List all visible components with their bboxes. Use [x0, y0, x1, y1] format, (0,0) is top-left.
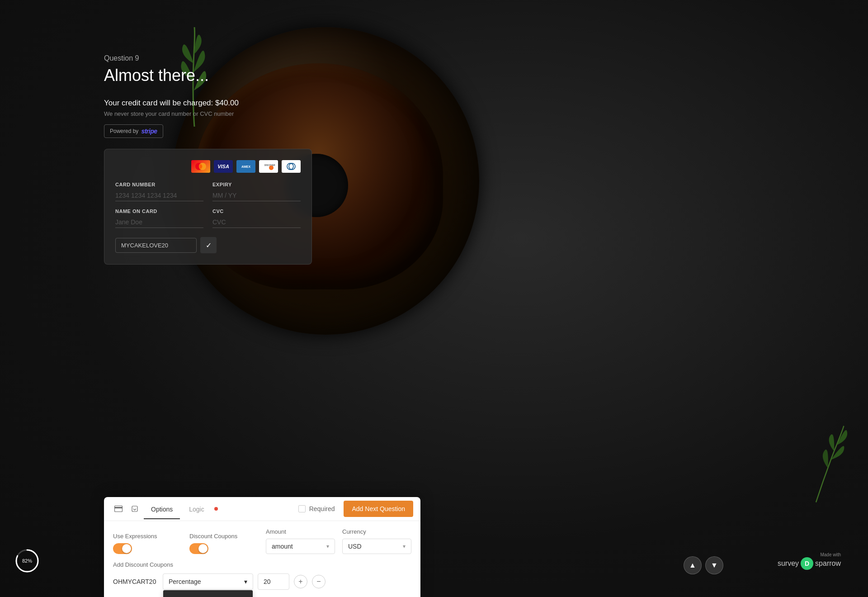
mastercard-icon [191, 160, 210, 173]
options-row: Use Expressions Discount Coupons Amount … [113, 528, 411, 554]
currency-value: USD [348, 543, 362, 550]
required-section: Required Add Next Question [298, 497, 413, 521]
use-expressions-toggle[interactable] [113, 543, 132, 554]
cvc-label: CVC [212, 208, 301, 214]
currency-dropdown[interactable]: USD ▾ [342, 539, 411, 554]
dropdown-item-percentage[interactable]: Percentage [163, 590, 253, 597]
diners-icon [282, 160, 301, 173]
brand-survey-text: survey [778, 559, 799, 568]
panel-tabs: Options Logic Required Add Next Question [104, 497, 420, 521]
expiry-input[interactable] [212, 190, 301, 201]
currency-label: Currency [342, 528, 411, 535]
svg-rect-4 [262, 162, 275, 171]
svg-point-6 [269, 166, 274, 170]
card-form: VISA AMEX DISCOVER [104, 149, 312, 265]
discount-coupons-knob [198, 544, 208, 553]
increment-button[interactable]: + [294, 575, 307, 588]
panel-body: Use Expressions Discount Coupons Amount … [104, 521, 420, 597]
coupon-type-value: Percentage [169, 578, 201, 585]
card-number-field: CARD NUMBER [115, 182, 203, 201]
expiry-label: EXPIRY [212, 182, 301, 187]
cvc-field: CVC [212, 208, 301, 228]
coupon-row: ✓ [115, 237, 301, 253]
charge-text: Your credit card will be charged: $40.00 [104, 99, 330, 108]
progress-text: 82% [22, 558, 32, 564]
question-title: Almost there... [104, 66, 330, 85]
bottom-panel: Options Logic Required Add Next Question… [104, 497, 420, 597]
type-dropdown-popup: Percentage Amount [163, 590, 253, 597]
branding: Made with survey D sparrow [778, 552, 841, 570]
required-dot [214, 507, 218, 511]
decrement-button[interactable]: − [312, 575, 326, 588]
use-expressions-group: Use Expressions [113, 533, 182, 554]
required-label: Required [309, 505, 335, 512]
dropdown-panel-icon[interactable] [127, 502, 142, 516]
brand-sparrow-text: sparrow [815, 559, 841, 568]
coupon-code-input[interactable] [115, 238, 197, 253]
card-panel-icon[interactable] [111, 502, 126, 516]
amex-icon: AMEX [236, 160, 255, 173]
coupon-check-button[interactable]: ✓ [200, 237, 217, 253]
svg-rect-10 [115, 506, 123, 512]
use-expressions-knob [122, 544, 131, 553]
brand-name: survey D sparrow [778, 557, 841, 570]
cvc-input[interactable] [212, 217, 301, 228]
nav-up-button[interactable]: ▲ [684, 556, 702, 574]
coupon-value-input[interactable] [258, 573, 289, 590]
coupon-type-arrow: ▾ [244, 578, 247, 585]
stripe-logo: stripe [141, 128, 157, 135]
nav-arrows: ▲ ▼ [684, 556, 723, 574]
card-number-input[interactable] [115, 190, 203, 201]
name-cvc-row: NAME ON CARD CVC [115, 208, 301, 228]
card-number-label: CARD NUMBER [115, 182, 203, 187]
discount-coupons-group: Discount Coupons [189, 533, 259, 554]
required-checkbox[interactable] [298, 505, 306, 512]
amount-dropdown-arrow: ▾ [326, 543, 329, 550]
amount-dropdown[interactable]: amount ▾ [266, 539, 335, 554]
expiry-field: EXPIRY [212, 182, 301, 201]
amount-label: Amount [266, 528, 335, 535]
tab-options[interactable]: Options [144, 498, 180, 519]
svg-rect-11 [114, 507, 123, 508]
add-coupons-label: Add Discount Coupons [113, 561, 411, 568]
discount-coupons-toggle[interactable] [189, 543, 208, 554]
use-expressions-label: Use Expressions [113, 533, 182, 540]
discover-icon: DISCOVER [259, 160, 278, 173]
coupons-row: OHMYCART20 Percentage ▾ + − Percentage A… [113, 573, 411, 590]
card-icons-row: VISA AMEX DISCOVER [115, 160, 301, 173]
stripe-badge: Powered by stripe [104, 124, 163, 138]
powered-by-text: Powered by [110, 128, 138, 134]
name-field: NAME ON CARD [115, 208, 203, 228]
nav-down-button[interactable]: ▼ [705, 556, 723, 574]
tab-logic[interactable]: Logic [182, 498, 211, 519]
progress-circle: 82% [14, 547, 41, 574]
card-number-row: CARD NUMBER EXPIRY [115, 182, 301, 201]
svg-rect-12 [132, 506, 137, 512]
currency-dropdown-arrow: ▾ [403, 543, 406, 550]
coupon-type-dropdown[interactable]: Percentage ▾ [163, 573, 253, 590]
amount-group: Amount amount ▾ [266, 528, 335, 554]
visa-icon: VISA [214, 160, 233, 173]
coupon-code-name: OHMYCART20 [113, 578, 158, 585]
name-input[interactable] [115, 217, 203, 228]
name-label: NAME ON CARD [115, 208, 203, 214]
discount-coupons-label: Discount Coupons [189, 533, 259, 540]
left-panel: Question 9 Almost there... Your credit c… [104, 54, 330, 265]
add-next-question-button[interactable]: Add Next Question [344, 501, 413, 517]
svg-text:AMEX: AMEX [241, 165, 251, 168]
security-text: We never store your card number or CVC n… [104, 110, 330, 117]
currency-group: Currency USD ▾ [342, 528, 411, 554]
amount-value: amount [272, 543, 293, 550]
brand-sparrow-icon: D [801, 557, 813, 570]
question-number: Question 9 [104, 54, 330, 62]
made-with-text: Made with [820, 552, 841, 557]
